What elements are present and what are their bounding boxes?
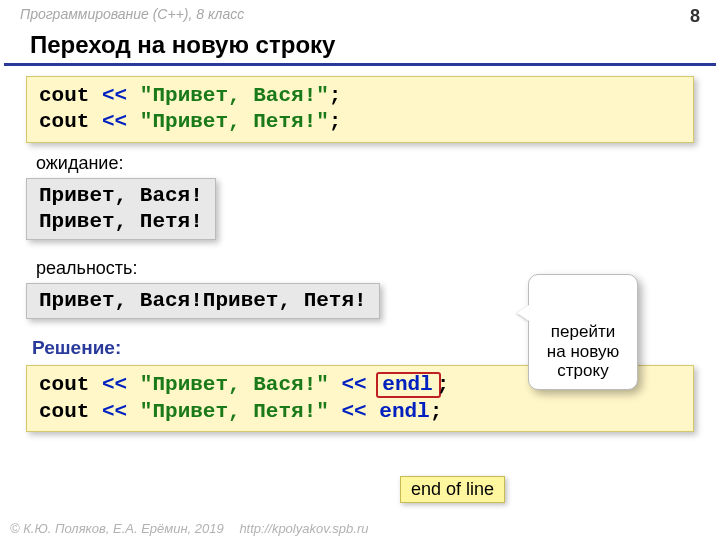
content: cout << "Привет, Вася!"; cout << "Привет… — [0, 76, 720, 432]
callout-newline: перейти на новую строку — [528, 274, 638, 390]
copyright: © К.Ю. Поляков, Е.А. Ерёмин, 2019 — [10, 521, 224, 536]
expectation-label: ожидание: — [36, 153, 694, 174]
output-line: Привет, Вася! — [39, 183, 203, 209]
page-title: Переход на новую строку — [4, 29, 716, 66]
callout-text: перейти на новую строку — [547, 322, 619, 380]
footer-url[interactable]: http://kpolyakov.spb.ru — [239, 521, 368, 536]
header: Программирование (C++), 8 класс 8 — [0, 0, 720, 29]
callout-end-of-line: end of line — [400, 476, 505, 503]
endl-highlight: endl — [376, 372, 440, 398]
code-line: cout << "Привет, Вася!"; — [39, 83, 681, 109]
code-block-1: cout << "Привет, Вася!"; cout << "Привет… — [26, 76, 694, 143]
callout-eol-wrap: end of line — [400, 476, 505, 503]
output-expected: Привет, Вася! Привет, Петя! — [26, 178, 216, 241]
footer: © К.Ю. Поляков, Е.А. Ерёмин, 2019 http:/… — [10, 521, 368, 536]
output-line: Привет, Петя! — [39, 209, 203, 235]
callout-text: end of line — [411, 479, 494, 499]
page-number: 8 — [690, 6, 700, 27]
code-line: cout << "Привет, Петя!" << endl; — [39, 399, 681, 425]
code-line: cout << "Привет, Петя!"; — [39, 109, 681, 135]
output-reality: Привет, Вася!Привет, Петя! — [26, 283, 380, 319]
course-label: Программирование (C++), 8 класс — [20, 6, 244, 27]
callout-tail-icon — [517, 305, 529, 321]
